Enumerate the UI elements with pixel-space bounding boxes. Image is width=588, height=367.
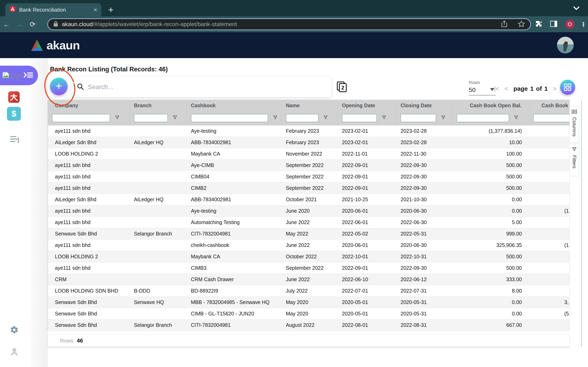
first-page-button[interactable]: |< [494, 85, 499, 92]
filter-input-name[interactable] [286, 114, 319, 122]
tab-filters[interactable]: Filters [570, 143, 579, 176]
filter-input-overflow[interactable] [533, 114, 570, 122]
search-icon [77, 83, 84, 91]
table-row[interactable]: aye111 sdn bhdAye-testingJune 20202020-0… [48, 205, 570, 217]
cell-opening_date: 2022-09-01 [338, 162, 397, 168]
cell-company: LOOB HOLDING 2 [48, 151, 130, 157]
vertical-scrollbar[interactable] [581, 100, 582, 347]
extensions-puzzle-icon[interactable] [535, 20, 542, 28]
sidebar-item-listing[interactable] [10, 134, 20, 144]
share-icon[interactable] [501, 20, 507, 28]
cell-open_bal: 500.00 [453, 174, 529, 180]
browser-tab-strip: Bank Reconciliation × + [0, 0, 588, 16]
table-row[interactable]: AiLedger Sdn BhdAiLedger HQABB-783400298… [48, 137, 570, 148]
user-avatar[interactable] [557, 37, 574, 53]
browser-menu-icon[interactable]: ••• [582, 22, 584, 27]
new-tab-button[interactable]: + [108, 5, 113, 14]
cell-opening_date: 2020-06-01 [338, 242, 397, 248]
tab-search-chevron-icon[interactable] [573, 6, 580, 11]
cell-cashbook: Maybank CA [187, 151, 282, 157]
akaun-triangle-icon [30, 39, 44, 51]
browser-profile-avatar[interactable]: O [565, 20, 574, 29]
forward-button[interactable]: → [13, 20, 26, 28]
cell-name: May 2020 [282, 299, 338, 305]
profile-person-icon[interactable] [10, 347, 19, 357]
table-row[interactable]: aye111 sdn bhdCIMB2September 20222022-09… [48, 183, 570, 194]
browser-tab[interactable]: Bank Reconciliation × [5, 3, 101, 16]
search-box[interactable] [71, 77, 331, 97]
cell-opening_date: 2022-11-01 [338, 151, 397, 157]
column-header-cashbook: Cashbook [187, 101, 282, 109]
sidebar-collapse-icon[interactable] [24, 72, 33, 79]
cell-open_bal: 500.00 [453, 162, 529, 168]
filter-funnel-icon[interactable] [114, 115, 120, 121]
add-record-button[interactable]: + [50, 78, 68, 95]
filter-input-opening_date[interactable] [342, 114, 377, 122]
cell-open_bal: 0.00 [453, 208, 529, 214]
grid-view-button[interactable] [560, 80, 575, 95]
cell-name: October 2022 [282, 254, 338, 259]
cell-branch: Selangor Branch [130, 231, 187, 237]
filter-input-closing_date[interactable] [401, 114, 436, 122]
cell-company: aye111 sdn bhd [48, 242, 130, 248]
grid-icon [563, 83, 572, 91]
table-row[interactable]: aye111 sdn bhdAye-CIMBSeptember 20222022… [48, 160, 570, 171]
table-row[interactable]: AiLedger Sdn BhdAiLedger HQABB-783400298… [48, 194, 570, 205]
rows-per-page-select[interactable]: Rows 50 [469, 80, 496, 95]
table-row[interactable]: aye111 sdn bhdCIMB04September 20222022-0… [48, 171, 570, 183]
cell-closing_date: 2020-05-31 [397, 311, 453, 317]
filter-input-branch[interactable] [134, 114, 168, 122]
filter-funnel-icon[interactable] [513, 115, 519, 121]
side-panel-icon[interactable] [550, 21, 557, 28]
cell-open_bal: 500.00 [453, 265, 529, 271]
filter-funnel-icon[interactable] [381, 115, 387, 121]
url-path: /#/applets/wavelet/erp/bank-recon-applet… [93, 21, 237, 27]
sidebar-logo-pill[interactable]: logo [0, 66, 38, 85]
prev-page-button[interactable]: < [504, 85, 508, 92]
page-current: 1 [530, 85, 534, 92]
filter-funnel-icon[interactable] [323, 115, 328, 121]
reload-button[interactable]: ⟳ [26, 20, 39, 28]
table-row[interactable]: aye111 sdn bhdcheikh-cashbookJune 202220… [48, 240, 570, 251]
table-row[interactable]: LOOB HOLDING 2Maybank CAOctober 20222022… [48, 251, 570, 262]
table-row[interactable]: Senwave Sdn BhdSenwave HQMBB - 783200498… [48, 297, 570, 308]
filter-funnel-icon[interactable] [441, 115, 446, 121]
filter-input-company[interactable] [52, 114, 110, 122]
table-row[interactable]: Senwave Sdn BhdSelangor BranchCITI-78320… [48, 228, 570, 240]
table-row[interactable]: aye111 sdn bhdAye-testingFebruary 202320… [48, 125, 570, 137]
filter-input-cashbook[interactable] [191, 114, 268, 122]
cell-name: October 2021 [282, 197, 338, 202]
bookmark-star-icon[interactable] [518, 21, 525, 28]
cell-name: September 2022 [282, 174, 338, 180]
filter-funnel-icon[interactable] [172, 115, 178, 121]
table-row[interactable]: Senwave Sdn BhdCIMB - GL-T15620 - JUN20M… [48, 308, 570, 319]
table-row[interactable]: LOOB HOLDING SDN BHDB-DDDBD-88922I9July … [48, 285, 570, 297]
broken-image-icon [2, 72, 9, 79]
tab-filters-label: Filters [571, 155, 577, 168]
back-button[interactable]: ← [0, 20, 13, 28]
tab-close-icon[interactable]: × [94, 7, 97, 13]
cell-name: July 2022 [282, 288, 338, 294]
filter-cell-overflow [529, 111, 570, 125]
sidebar-item-bank-applet[interactable]: $ [7, 107, 21, 121]
filter-funnel-icon[interactable] [273, 115, 278, 121]
filter-cell-open_bal [453, 111, 529, 125]
table-row[interactable]: aye111 sdn bhdAutomatching TestingJune 2… [48, 217, 570, 228]
cell-opening_date: 2022-10-01 [338, 254, 397, 259]
table-footer: Rows: 46 [48, 334, 570, 347]
settings-gear-icon[interactable] [10, 325, 19, 335]
url-bar[interactable]: akaun.cloud/#/applets/wavelet/erp/bank-r… [47, 18, 531, 30]
copy-pages-icon[interactable]: 2 [337, 81, 347, 93]
brand-name: akaun [47, 38, 80, 52]
table-row[interactable]: LOOB HOLDING 2Maybank CANovember 2022202… [48, 148, 570, 160]
table-row[interactable]: aye111 sdn bhdCIMB3September 20222022-09… [48, 262, 570, 274]
next-page-button[interactable]: > [553, 85, 557, 92]
cell-open_bal: 0.00 [453, 311, 529, 317]
cell-closing_date: 2022-06-30 [397, 219, 453, 225]
table-row[interactable]: Senwave Sdn BhdSelangor BranchCITI-78320… [48, 319, 570, 331]
filter-input-open_bal[interactable] [457, 114, 509, 122]
sidebar-item-red-app[interactable] [8, 91, 20, 103]
table-row[interactable]: CRMCRM Cash DrawerJune 20222022-06-10202… [48, 274, 570, 285]
tab-columns[interactable]: Columns [570, 106, 579, 143]
search-input[interactable] [87, 83, 326, 91]
